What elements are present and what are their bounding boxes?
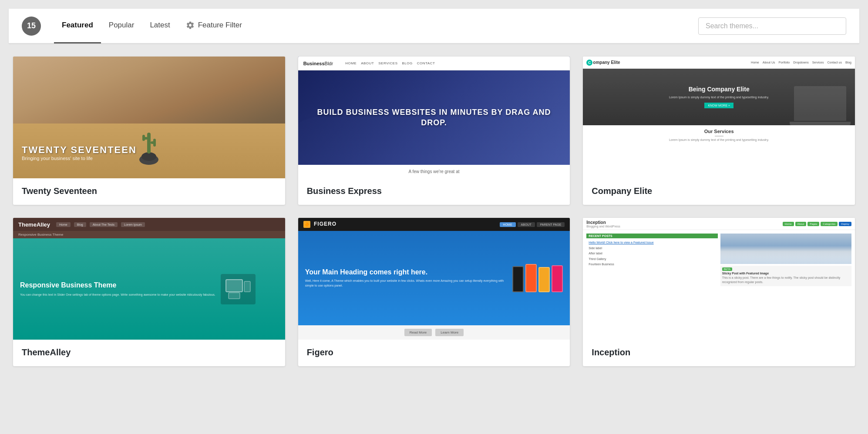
theme-count-badge: 15 bbox=[22, 17, 41, 36]
ce-services-desc: Lorem Ipsum is simply dummy text of the … bbox=[587, 138, 851, 141]
ta-hero: Responsive Business Theme You can change… bbox=[13, 238, 285, 340]
inc-sticky-text: This is a sticky post. There are a few t… bbox=[722, 276, 850, 284]
feature-filter-label: Feature Filter bbox=[198, 21, 242, 30]
svg-rect-4 bbox=[142, 135, 145, 141]
theme-card-figero: 🔶 FIGERO HOME ABOUT PARENT PAGE Your Mai… bbox=[298, 218, 570, 366]
be-bottom: A few things we're great at bbox=[298, 165, 570, 178]
svg-rect-2 bbox=[147, 133, 151, 154]
tab-popular[interactable]: Popular bbox=[101, 9, 142, 43]
inc-post-list: Hello World! Click here to view a Featur… bbox=[586, 240, 717, 267]
fig-topbar: 🔶 FIGERO HOME ABOUT PARENT PAGE bbox=[298, 218, 570, 231]
theme-name-twenty-seventeen: Twenty Seventeen bbox=[22, 186, 97, 196]
fig-phones-illustration bbox=[512, 264, 563, 292]
theme-card-company-elite: Company Elite HomeAbout UsPortfolioDropd… bbox=[583, 57, 855, 205]
fig-hero-text: Your Main Heading comes right here. Well… bbox=[305, 268, 508, 288]
theme-preview-theme-alley[interactable]: ThemeAlley Home Blog About The Tests Lor… bbox=[13, 218, 285, 340]
tab-feature-filter[interactable]: Feature Filter bbox=[178, 9, 250, 43]
ce-nav: HomeAbout UsPortfolioDropdownsServicesCo… bbox=[751, 61, 851, 64]
svg-rect-8 bbox=[229, 293, 240, 299]
ce-hero-title: Being Company Elite bbox=[669, 86, 769, 93]
fig-hero: Your Main Heading comes right here. Well… bbox=[298, 231, 570, 325]
inc-logo: Inception bbox=[586, 220, 620, 225]
be-nav-blog: BLOG bbox=[402, 61, 413, 65]
gear-icon bbox=[186, 21, 195, 30]
ce-services: Our Services Lorem Ipsum is simply dummy… bbox=[583, 125, 855, 178]
theme-card-business-express: BusinessBldr HOME ABOUT SERVICES BLOG CO… bbox=[298, 57, 570, 205]
fig-hero-title: Your Main Heading comes right here. bbox=[305, 268, 508, 276]
svg-rect-9 bbox=[244, 281, 250, 292]
ta-hero-desc: You can change this text in Slider One s… bbox=[20, 293, 215, 297]
fig-nav: HOME ABOUT PARENT PAGE bbox=[500, 222, 565, 227]
theme-name-company-elite: Company Elite bbox=[592, 186, 652, 196]
be-topbar: BusinessBldr HOME ABOUT SERVICES BLOG CO… bbox=[298, 57, 570, 70]
inc-post-2: Side label bbox=[589, 246, 715, 251]
theme-preview-business-express[interactable]: BusinessBldr HOME ABOUT SERVICES BLOG CO… bbox=[298, 57, 570, 178]
theme-title-bar: Business Express bbox=[298, 178, 570, 205]
fig-hero-desc: Well, Here it come, A Theme which enable… bbox=[305, 279, 508, 288]
theme-preview-inception[interactable]: Inception Blogging and WordPress Home Ab… bbox=[583, 218, 855, 340]
ce-topbar: Company Elite HomeAbout UsPortfolioDropd… bbox=[583, 57, 855, 69]
tab-latest[interactable]: Latest bbox=[142, 9, 178, 43]
ce-cta: KNOW MORE » bbox=[704, 103, 733, 108]
ce-hero-text: Being Company Elite Lorem Ipsum is simpl… bbox=[669, 86, 769, 109]
be-hero-text: BUILD BUSINESS WEBSITES IN MINUTES BY DR… bbox=[298, 99, 570, 137]
theme-preview-twenty-seventeen[interactable]: TWENTY SEVENTEEN Bringing your business'… bbox=[13, 57, 285, 178]
theme-title-bar: Inception bbox=[583, 340, 855, 366]
svg-rect-6 bbox=[153, 139, 156, 147]
inc-right-col: BETA Sticky Post with Featured Image Thi… bbox=[720, 234, 851, 336]
inc-post-1: Hello World! Click here to view a Featur… bbox=[589, 240, 715, 246]
inc-post-5: Fourteen Business bbox=[589, 262, 715, 267]
theme-title-bar: ThemeAlley bbox=[13, 340, 285, 366]
inc-topbar: Inception Blogging and WordPress Home Ab… bbox=[583, 218, 855, 230]
nav-tabs: Featured Popular Latest Feature Filter bbox=[54, 9, 698, 43]
inc-sticky-post: BETA Sticky Post with Featured Image Thi… bbox=[720, 266, 851, 286]
be-logo: BusinessBldr bbox=[303, 61, 333, 66]
inc-tagline: Blogging and WordPress bbox=[586, 225, 620, 228]
ce-hero: Being Company Elite Lorem Ipsum is simpl… bbox=[583, 69, 855, 125]
themes-grid: TWENTY SEVENTEEN Bringing your business'… bbox=[9, 57, 859, 366]
search-input[interactable] bbox=[698, 17, 846, 35]
nav-bar: 15 Featured Popular Latest Feature Filte… bbox=[9, 9, 859, 43]
theme-card-inception: Inception Blogging and WordPress Home Ab… bbox=[583, 218, 855, 366]
ta-topbar: ThemeAlley Home Blog About The Tests Lor… bbox=[13, 218, 285, 231]
theme-name-figero: Figero bbox=[307, 347, 333, 357]
inc-beta-badge: BETA bbox=[722, 267, 732, 271]
be-hero-title: BUILD BUSINESS WEBSITES IN MINUTES BY DR… bbox=[307, 107, 562, 128]
ta-nav: Home Blog About The Tests Lorem Ipsum bbox=[56, 222, 145, 227]
theme-preview-company-elite[interactable]: Company Elite HomeAbout UsPortfolioDropd… bbox=[583, 57, 855, 178]
fig-read-more: Read More bbox=[404, 329, 432, 336]
theme-title-bar: Company Elite bbox=[583, 178, 855, 205]
be-nav-contact: CONTACT bbox=[417, 61, 435, 65]
fig-buttons: Read More Learn More bbox=[298, 325, 570, 340]
ta-tagline: Responsive Business Theme bbox=[13, 231, 285, 238]
svg-rect-7 bbox=[226, 280, 242, 292]
twenty-seventeen-title: TWENTY SEVENTEEN bbox=[22, 144, 137, 156]
theme-name-inception: Inception bbox=[592, 347, 630, 357]
inc-post-3: After label bbox=[589, 251, 715, 257]
inc-content: RECENT POSTS Hello World! Click here to … bbox=[583, 230, 855, 340]
tab-featured[interactable]: Featured bbox=[54, 9, 101, 43]
fig-logo: 🔶 FIGERO bbox=[303, 221, 336, 228]
theme-card-theme-alley: ThemeAlley Home Blog About The Tests Lor… bbox=[13, 218, 285, 366]
ce-hero-desc: Lorem Ipsum is simply dummy text of the … bbox=[669, 95, 769, 100]
ce-logo: Company Elite bbox=[586, 60, 620, 66]
page-wrapper: 15 Featured Popular Latest Feature Filte… bbox=[0, 0, 868, 434]
ta-hero-text: Responsive Business Theme You can change… bbox=[20, 281, 215, 297]
be-nav-home: HOME bbox=[345, 61, 357, 65]
theme-name-business-express: Business Express bbox=[307, 186, 382, 196]
inc-nav: Home About Pages Categories Deploy bbox=[783, 222, 851, 226]
be-nav-about: ABOUT bbox=[361, 61, 374, 65]
theme-name-theme-alley: ThemeAlley bbox=[22, 347, 71, 357]
be-nav: HOME ABOUT SERVICES BLOG CONTACT bbox=[345, 61, 435, 65]
inc-featured-header: RECENT POSTS bbox=[586, 234, 717, 238]
twenty-seventeen-subtitle: Bringing your business' site to life bbox=[22, 156, 137, 161]
search-wrapper bbox=[698, 17, 846, 35]
be-nav-services: SERVICES bbox=[378, 61, 397, 65]
inc-left-col: RECENT POSTS Hello World! Click here to … bbox=[586, 234, 717, 336]
inc-post-4: Third Gallery bbox=[589, 257, 715, 262]
theme-preview-figero[interactable]: 🔶 FIGERO HOME ABOUT PARENT PAGE Your Mai… bbox=[298, 218, 570, 340]
inc-sticky-title: Sticky Post with Featured Image bbox=[722, 272, 850, 275]
ta-hero-title: Responsive Business Theme bbox=[20, 281, 215, 290]
theme-title-bar: Figero bbox=[298, 340, 570, 366]
theme-title-bar: Twenty Seventeen bbox=[13, 178, 285, 205]
